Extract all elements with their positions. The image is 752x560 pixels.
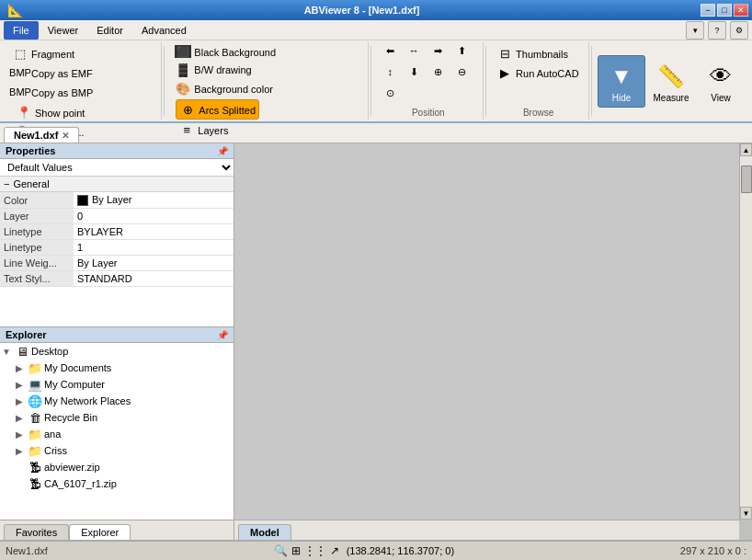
color-swatch (77, 195, 88, 206)
maximize-button[interactable]: □ (717, 4, 732, 17)
tree-my-computer[interactable]: ▶ 💻 My Computer (0, 376, 234, 393)
prop-row-textstyle: Text Styl... STANDARD (0, 271, 234, 287)
expand-desktop[interactable]: ▼ (0, 347, 13, 357)
tree-ana[interactable]: ▶ 📁 ana (0, 426, 234, 442)
expand-computer[interactable]: ▶ (13, 380, 26, 390)
black-bg-icon: ⬛ (175, 45, 191, 58)
expand-ana[interactable]: ▶ (13, 429, 26, 440)
close-button[interactable]: ✕ (734, 4, 748, 17)
ribbon-show-point[interactable]: 📍 Show point (13, 103, 87, 121)
ribbon-copy-bmp[interactable]: BMP Copy as BMP (9, 83, 96, 101)
properties-pin[interactable]: 📌 (217, 146, 228, 156)
sep3 (485, 46, 486, 116)
abviewer-zip-icon: 🗜 (28, 460, 42, 474)
documents-icon: 📁 (28, 360, 42, 375)
options-btn[interactable]: ⚙ (730, 21, 748, 40)
ribbon-copy-emf[interactable]: BMP Copy as EMF (9, 63, 96, 82)
expand-recycle[interactable]: ▶ (13, 413, 26, 423)
ribbon-fragment[interactable]: ⬚ Fragment (9, 44, 96, 63)
expand-criss[interactable]: ▶ (13, 446, 26, 456)
ribbon-layers[interactable]: ≡ Layers (176, 120, 259, 139)
status-dimensions: 297 x 210 x 0 : (680, 545, 746, 556)
ca6107-icon: 🗜 (28, 476, 42, 491)
pos-btn-1[interactable]: ⬅ (379, 44, 401, 58)
layers-icon: ≡ (178, 121, 195, 138)
explorer-pin[interactable]: 📌 (217, 330, 228, 340)
menu-editor[interactable]: Editor (87, 21, 132, 40)
status-zoom-icon[interactable]: 🔍 (274, 544, 288, 557)
status-bar: New1.dxf 🔍 ⊞ ⋮⋮ ↗ (138.2841; 116.3707; 0… (0, 540, 752, 560)
model-tab[interactable]: Model (238, 524, 291, 540)
status-coords: (138.2841; 116.3707; 0) (347, 545, 454, 556)
tree-ca6107[interactable]: ▶ 🗜 CA_6107_r1.zip (0, 475, 234, 492)
pos-btn-4[interactable]: ⬆ (450, 44, 473, 58)
pos-btn-3[interactable]: ➡ (427, 44, 449, 58)
left-panel-tabs: Favorites Explorer (0, 520, 234, 540)
tree-network[interactable]: ▶ 🌐 My Network Places (0, 393, 234, 409)
tree-my-documents[interactable]: ▶ 📁 My Documents (0, 360, 234, 376)
scroll-down-btn[interactable]: ▼ (740, 507, 752, 520)
pos-btn-5[interactable]: ↕ (379, 65, 401, 78)
title-bar: 📐 ABViewer 8 - [New1.dxf] − □ ✕ (0, 0, 752, 20)
prop-row-layer: Layer 0 (0, 209, 234, 224)
tab-close-btn[interactable]: ✕ (62, 131, 69, 141)
model-tab-area: Model (234, 520, 739, 540)
status-cursor-icon[interactable]: ↗ (330, 544, 339, 557)
properties-dropdown[interactable]: Default Values (0, 159, 234, 177)
ribbon-black-bg[interactable]: ⬛ Black Background (172, 44, 279, 59)
zoom-out-btn[interactable]: ⊖ (450, 65, 473, 79)
show-point-icon: 📍 (16, 104, 32, 120)
ribbon-bw[interactable]: ▓ B/W drawing (172, 60, 279, 78)
position-label: Position (379, 106, 477, 118)
left-panel: Properties 📌 Default Values − General Co… (0, 143, 234, 540)
ribbon-group-position: ⬅ ↔ ➡ ⬆ ↕ ⬇ ⊕ ⊖ ⊙ Position (373, 42, 484, 120)
main-area: Properties 📌 Default Values − General Co… (0, 143, 752, 540)
ribbon-autocad[interactable]: ▶ Run AutoCAD (494, 63, 583, 82)
menu-file[interactable]: File (4, 21, 39, 40)
status-grid-icon[interactable]: ⊞ (291, 544, 301, 557)
pos-btn-6[interactable]: ⬇ (403, 65, 425, 79)
fragment-icon: ⬚ (12, 45, 28, 62)
ribbon-group-cad: ⬛ Black Background ▓ B/W drawing 🎨 Backg… (166, 42, 369, 120)
ribbon-thumbnails[interactable]: ⊟ Thumbnails (494, 44, 583, 63)
favorites-tab[interactable]: Favorites (4, 524, 69, 540)
scroll-up-btn[interactable]: ▲ (740, 143, 752, 156)
zoom-in-btn[interactable]: ⊕ (427, 65, 449, 79)
explorer-panel: Explorer 📌 ▼ 🖥 Desktop ▶ 📁 My Documents (0, 327, 234, 540)
status-snap-icon[interactable]: ⋮⋮ (304, 544, 326, 557)
expand-network[interactable]: ▶ (13, 396, 26, 406)
ana-icon: 📁 (28, 427, 42, 441)
help-btn[interactable]: ? (708, 21, 726, 40)
ribbon: ⬚ Fragment BMP Copy as EMF BMP Copy as B… (0, 40, 752, 123)
computer-icon: 💻 (28, 377, 42, 392)
zoom-fit-btn[interactable]: ⊙ (379, 86, 401, 100)
ribbon-group-tools: ⬚ Fragment BMP Copy as EMF BMP Copy as B… (4, 42, 162, 120)
bg-color-icon: 🎨 (175, 80, 191, 97)
collapse-icon[interactable]: − (4, 178, 9, 189)
autocad-icon: ▶ (496, 64, 513, 81)
doc-tab-new1[interactable]: New1.dxf ✕ (4, 127, 79, 143)
ribbon-hide[interactable]: ▼ Hide (598, 55, 645, 108)
minimize-button[interactable]: − (701, 4, 715, 17)
tree-recycle[interactable]: ▶ 🗑 Recycle Bin (0, 409, 234, 426)
quick-access-btn[interactable]: ▾ (686, 21, 704, 40)
prop-row-linetype2: Linetype 1 (0, 240, 234, 256)
ribbon-arcs[interactable]: ⊕ Arcs Splitted (176, 99, 259, 120)
menu-advanced[interactable]: Advanced (132, 21, 196, 40)
ribbon-view[interactable]: 👁 View (697, 56, 745, 107)
explorer-tab[interactable]: Explorer (69, 524, 131, 540)
tree-criss[interactable]: ▶ 📁 Criss (0, 442, 234, 459)
ribbon-bg-color[interactable]: 🎨 Background color (172, 79, 279, 97)
scroll-thumb-v[interactable] (741, 166, 752, 193)
vertical-scrollbar[interactable]: ▲ ▼ (739, 143, 752, 520)
expand-docs[interactable]: ▶ (13, 363, 26, 373)
menu-viewer[interactable]: Viewer (39, 21, 87, 40)
sep1 (164, 46, 165, 116)
pos-btn-2[interactable]: ↔ (403, 44, 425, 57)
explorer-tree: ▼ 🖥 Desktop ▶ 📁 My Documents ▶ 💻 My Comp… (0, 343, 234, 520)
ribbon-measure[interactable]: 📏 Measure (647, 56, 695, 107)
drawing-canvas[interactable] (234, 143, 739, 520)
sep2 (370, 46, 371, 116)
tree-desktop[interactable]: ▼ 🖥 Desktop (0, 343, 234, 360)
tree-abviewer[interactable]: ▶ 🗜 abviewer.zip (0, 459, 234, 475)
